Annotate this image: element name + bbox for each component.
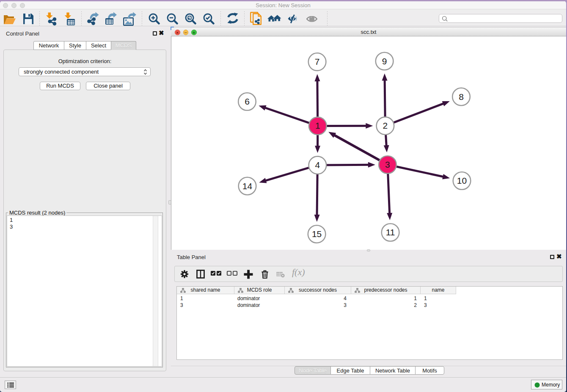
svg-text:10: 10 (457, 176, 467, 185)
svg-text:1: 1 (315, 121, 320, 130)
svg-text:3: 3 (385, 160, 390, 169)
svg-text:2: 2 (383, 121, 388, 130)
svg-text:6: 6 (245, 97, 250, 106)
svg-text:14: 14 (242, 181, 253, 191)
svg-text:f(x): f(x) (292, 268, 305, 277)
svg-text:8: 8 (459, 92, 464, 102)
svg-text:15: 15 (312, 229, 322, 239)
svg-text:7: 7 (315, 57, 320, 66)
svg-text:11: 11 (386, 227, 395, 237)
svg-text:4: 4 (315, 160, 320, 170)
svg-text:9: 9 (382, 56, 387, 66)
